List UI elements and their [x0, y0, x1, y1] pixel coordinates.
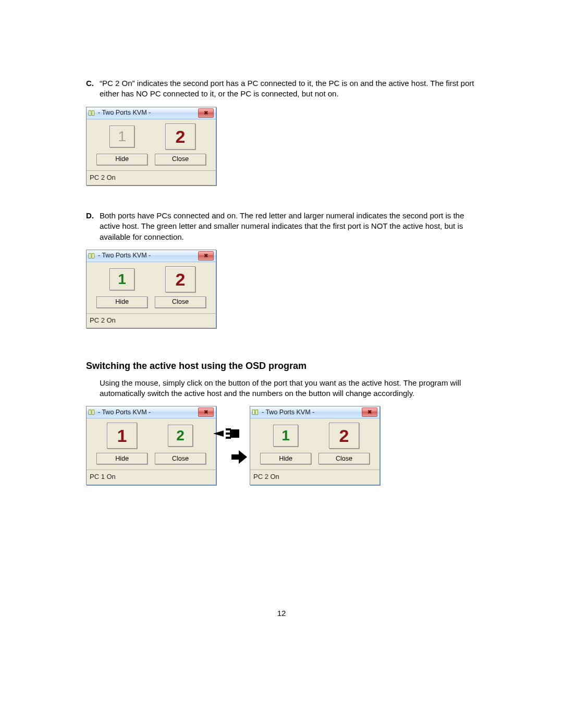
window-title: - Two Ports KVM -: [98, 108, 198, 117]
port-row: 1 2: [90, 423, 213, 452]
kvm-dialog: - Two Ports KVM - ✖ 1 2: [86, 107, 216, 186]
port-1-button[interactable]: 1: [109, 126, 134, 147]
port-1-cell: 1: [103, 424, 141, 448]
port-2-button[interactable]: 2: [168, 425, 193, 447]
hide-button[interactable]: Hide: [96, 453, 148, 464]
svg-marker-4: [213, 430, 224, 437]
window-close-button[interactable]: ✖: [198, 408, 214, 417]
window-title: - Two Ports KVM -: [98, 408, 198, 417]
close-button[interactable]: Close: [319, 453, 370, 464]
close-button[interactable]: Close: [155, 453, 206, 464]
port-2-cell: 2: [161, 424, 200, 448]
svg-rect-1: [226, 428, 231, 430]
port-2-button[interactable]: 2: [329, 423, 359, 449]
dialog-body: 1 2 Hide Close: [87, 262, 216, 313]
port-2-button[interactable]: 2: [165, 266, 195, 292]
hide-label: Hide: [279, 454, 292, 463]
status-bar: PC 1 On: [87, 470, 216, 485]
close-button[interactable]: Close: [155, 297, 206, 308]
titlebar[interactable]: - Two Ports KVM - ✖: [87, 406, 216, 418]
status-text: PC 2 On: [90, 174, 116, 181]
app-icon: [89, 253, 96, 258]
status-text: PC 2 On: [253, 473, 279, 480]
list-marker-c: C.: [86, 78, 100, 100]
dialog-body: 1 2 Hide Close: [250, 418, 380, 470]
port-1-label: 1: [282, 428, 290, 443]
action-row: Hide Close: [90, 295, 213, 310]
port-2-cell: 2: [325, 424, 363, 448]
port-2-label: 2: [339, 427, 349, 445]
figure-c: - Two Ports KVM - ✖ 1 2: [86, 107, 485, 186]
section-heading: Switching the active host using the OSD …: [86, 360, 485, 372]
hide-button[interactable]: Hide: [96, 154, 148, 165]
port-1-button[interactable]: 1: [109, 268, 134, 290]
list-item-c: C. “PC 2 On” indicates the second port h…: [86, 78, 485, 100]
port-1-label: 1: [117, 427, 127, 445]
port-2-cell: 2: [161, 267, 200, 291]
titlebar[interactable]: - Two Ports KVM - ✖: [87, 250, 216, 262]
port-1-label: 1: [118, 129, 126, 144]
kvm-dialog-after: - Two Ports KVM - ✖ 1 2: [250, 406, 380, 485]
status-text: PC 1 On: [90, 473, 116, 480]
close-label: Close: [172, 155, 189, 164]
port-2-button[interactable]: 2: [165, 124, 195, 150]
app-icon: [89, 110, 96, 116]
hide-label: Hide: [115, 298, 129, 306]
titlebar[interactable]: - Two Ports KVM - ✖: [250, 406, 380, 418]
port-2-label: 2: [176, 128, 186, 145]
svg-rect-2: [226, 433, 231, 435]
dialog-body: 1 2 Hide Close: [87, 119, 216, 170]
hide-button[interactable]: Hide: [96, 297, 148, 308]
svg-marker-5: [231, 450, 247, 464]
arrow-right-icon: [231, 431, 248, 483]
port-1-cell: 1: [103, 267, 141, 291]
status-bar: PC 2 On: [87, 170, 216, 186]
port-row: 1 2: [90, 124, 213, 153]
port-row: 1 2: [90, 266, 213, 295]
port-1-button[interactable]: 1: [107, 423, 137, 449]
window-title: - Two Ports KVM -: [98, 251, 198, 260]
app-icon: [89, 410, 96, 415]
document-page: C. “PC 2 On” indicates the second port h…: [0, 0, 563, 728]
port-2-label: 2: [176, 270, 186, 288]
window-close-button[interactable]: ✖: [362, 408, 377, 417]
status-text: PC 2 On: [90, 316, 116, 324]
close-icon: ✖: [204, 410, 208, 415]
action-row: Hide Close: [90, 452, 213, 466]
port-1-cell: 1: [103, 125, 141, 149]
titlebar[interactable]: - Two Ports KVM - ✖: [87, 107, 216, 119]
figure-switch-row: - Two Ports KVM - ✖ 1 2: [86, 406, 485, 485]
action-row: Hide Close: [253, 452, 376, 466]
window-close-button[interactable]: ✖: [198, 108, 214, 118]
action-row: Hide Close: [90, 153, 213, 167]
kvm-dialog-before: - Two Ports KVM - ✖ 1 2: [86, 406, 216, 485]
close-button[interactable]: Close: [155, 154, 206, 165]
port-1-button[interactable]: 1: [273, 425, 298, 447]
port-row: 1 2: [253, 423, 376, 452]
close-label: Close: [172, 454, 189, 463]
port-1-cell: 1: [266, 424, 305, 448]
app-icon: [252, 410, 260, 415]
figure-d: - Two Ports KVM - ✖ 1 2: [86, 250, 485, 329]
status-bar: PC 2 On: [87, 313, 216, 328]
svg-rect-3: [226, 437, 231, 439]
list-marker-d: D.: [86, 211, 100, 242]
close-icon: ✖: [368, 410, 372, 415]
kvm-dialog: - Two Ports KVM - ✖ 1 2: [86, 250, 216, 329]
hide-label: Hide: [115, 454, 129, 463]
section-paragraph: Using the mouse, simply click on the but…: [100, 378, 485, 399]
list-item-d: D. Both ports have PCs connected and on.…: [86, 211, 485, 242]
close-label: Close: [336, 454, 352, 463]
hide-label: Hide: [115, 155, 129, 164]
list-text-d: Both ports have PCs connected and on. Th…: [100, 211, 485, 242]
port-2-label: 2: [176, 428, 185, 443]
port-1-label: 1: [118, 272, 126, 287]
window-close-button[interactable]: ✖: [198, 251, 214, 261]
page-number: 12: [0, 608, 563, 619]
close-label: Close: [172, 298, 189, 306]
window-title: - Two Ports KVM -: [262, 408, 362, 417]
list-text-c: “PC 2 On” indicates the second port has …: [100, 78, 485, 100]
hide-button[interactable]: Hide: [260, 453, 311, 464]
close-icon: ✖: [204, 110, 208, 116]
port-2-cell: 2: [161, 125, 200, 149]
